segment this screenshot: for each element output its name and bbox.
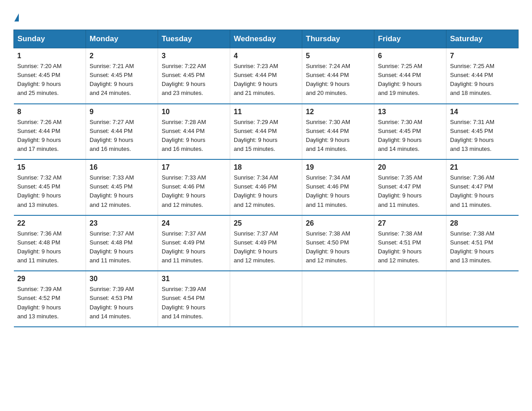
day-number: 24 <box>162 219 226 227</box>
calendar-cell: 25 Sunrise: 7:37 AM Sunset: 4:49 PM Dayl… <box>230 215 302 271</box>
calendar-cell: 4 Sunrise: 7:23 AM Sunset: 4:44 PM Dayli… <box>230 48 302 104</box>
day-number: 9 <box>90 108 154 116</box>
day-info: Sunrise: 7:25 AM Sunset: 4:44 PM Dayligh… <box>450 62 515 98</box>
day-number: 1 <box>17 52 82 60</box>
calendar-cell: 23 Sunrise: 7:37 AM Sunset: 4:48 PM Dayl… <box>86 215 158 271</box>
calendar-cell: 28 Sunrise: 7:38 AM Sunset: 4:51 PM Dayl… <box>446 215 519 271</box>
day-number: 26 <box>306 219 370 227</box>
day-info: Sunrise: 7:37 AM Sunset: 4:48 PM Dayligh… <box>90 229 154 265</box>
calendar-cell: 8 Sunrise: 7:26 AM Sunset: 4:44 PM Dayli… <box>14 104 86 160</box>
calendar-cell <box>374 271 446 327</box>
calendar-cell: 15 Sunrise: 7:32 AM Sunset: 4:45 PM Dayl… <box>14 159 86 215</box>
calendar-cell: 26 Sunrise: 7:38 AM Sunset: 4:50 PM Dayl… <box>302 215 374 271</box>
calendar-cell: 16 Sunrise: 7:33 AM Sunset: 4:45 PM Dayl… <box>86 159 158 215</box>
day-number: 11 <box>234 108 298 116</box>
calendar-cell: 20 Sunrise: 7:35 AM Sunset: 4:47 PM Dayl… <box>374 159 446 215</box>
day-info: Sunrise: 7:27 AM Sunset: 4:44 PM Dayligh… <box>90 118 154 154</box>
day-info: Sunrise: 7:38 AM Sunset: 4:51 PM Dayligh… <box>450 229 515 265</box>
day-info: Sunrise: 7:21 AM Sunset: 4:45 PM Dayligh… <box>90 62 154 98</box>
day-number: 5 <box>306 52 370 60</box>
week-row-5: 29 Sunrise: 7:39 AM Sunset: 4:52 PM Dayl… <box>14 271 519 327</box>
day-info: Sunrise: 7:39 AM Sunset: 4:53 PM Dayligh… <box>90 285 154 321</box>
day-info: Sunrise: 7:30 AM Sunset: 4:45 PM Dayligh… <box>378 118 442 154</box>
weekday-header-row: SundayMondayTuesdayWednesdayThursdayFrid… <box>14 30 519 48</box>
calendar-cell: 30 Sunrise: 7:39 AM Sunset: 4:53 PM Dayl… <box>86 271 158 327</box>
calendar-cell: 27 Sunrise: 7:38 AM Sunset: 4:51 PM Dayl… <box>374 215 446 271</box>
day-info: Sunrise: 7:29 AM Sunset: 4:44 PM Dayligh… <box>234 118 298 154</box>
day-number: 16 <box>90 163 154 171</box>
day-info: Sunrise: 7:25 AM Sunset: 4:44 PM Dayligh… <box>378 62 442 98</box>
day-info: Sunrise: 7:39 AM Sunset: 4:52 PM Dayligh… <box>17 285 82 321</box>
calendar-cell: 2 Sunrise: 7:21 AM Sunset: 4:45 PM Dayli… <box>86 48 158 104</box>
day-info: Sunrise: 7:33 AM Sunset: 4:46 PM Dayligh… <box>162 173 226 210</box>
week-row-3: 15 Sunrise: 7:32 AM Sunset: 4:45 PM Dayl… <box>14 159 519 215</box>
day-info: Sunrise: 7:38 AM Sunset: 4:51 PM Dayligh… <box>378 229 442 265</box>
day-info: Sunrise: 7:28 AM Sunset: 4:44 PM Dayligh… <box>162 118 226 154</box>
day-info: Sunrise: 7:35 AM Sunset: 4:47 PM Dayligh… <box>378 173 442 210</box>
calendar-cell <box>302 271 374 327</box>
day-number: 29 <box>17 275 82 283</box>
day-number: 30 <box>90 275 154 283</box>
day-number: 10 <box>162 108 226 116</box>
calendar-cell: 17 Sunrise: 7:33 AM Sunset: 4:46 PM Dayl… <box>158 159 230 215</box>
day-info: Sunrise: 7:37 AM Sunset: 4:49 PM Dayligh… <box>162 229 226 265</box>
calendar-table: SundayMondayTuesdayWednesdayThursdayFrid… <box>13 30 519 327</box>
calendar-cell: 19 Sunrise: 7:34 AM Sunset: 4:46 PM Dayl… <box>302 159 374 215</box>
day-number: 14 <box>450 108 515 116</box>
day-info: Sunrise: 7:23 AM Sunset: 4:44 PM Dayligh… <box>234 62 298 98</box>
page-header <box>13 9 519 21</box>
day-number: 7 <box>450 52 515 60</box>
calendar-cell <box>230 271 302 327</box>
week-row-4: 22 Sunrise: 7:36 AM Sunset: 4:48 PM Dayl… <box>14 215 519 271</box>
calendar-cell: 14 Sunrise: 7:31 AM Sunset: 4:45 PM Dayl… <box>446 104 519 160</box>
calendar-cell: 6 Sunrise: 7:25 AM Sunset: 4:44 PM Dayli… <box>374 48 446 104</box>
weekday-monday: Monday <box>86 30 158 48</box>
day-number: 2 <box>90 52 154 60</box>
calendar-cell: 12 Sunrise: 7:30 AM Sunset: 4:44 PM Dayl… <box>302 104 374 160</box>
day-number: 15 <box>17 163 82 171</box>
logo <box>13 9 19 21</box>
day-info: Sunrise: 7:31 AM Sunset: 4:45 PM Dayligh… <box>450 118 515 154</box>
weekday-thursday: Thursday <box>302 30 374 48</box>
calendar-cell: 21 Sunrise: 7:36 AM Sunset: 4:47 PM Dayl… <box>446 159 519 215</box>
calendar-cell: 29 Sunrise: 7:39 AM Sunset: 4:52 PM Dayl… <box>14 271 86 327</box>
day-number: 6 <box>378 52 442 60</box>
day-info: Sunrise: 7:32 AM Sunset: 4:45 PM Dayligh… <box>17 173 82 210</box>
day-info: Sunrise: 7:30 AM Sunset: 4:44 PM Dayligh… <box>306 118 370 154</box>
calendar-cell: 9 Sunrise: 7:27 AM Sunset: 4:44 PM Dayli… <box>86 104 158 160</box>
day-info: Sunrise: 7:34 AM Sunset: 4:46 PM Dayligh… <box>234 173 298 210</box>
day-number: 23 <box>90 219 154 227</box>
day-info: Sunrise: 7:20 AM Sunset: 4:45 PM Dayligh… <box>17 62 82 98</box>
day-number: 28 <box>450 219 515 227</box>
weekday-saturday: Saturday <box>446 30 519 48</box>
day-info: Sunrise: 7:38 AM Sunset: 4:50 PM Dayligh… <box>306 229 370 265</box>
day-info: Sunrise: 7:24 AM Sunset: 4:44 PM Dayligh… <box>306 62 370 98</box>
calendar-cell: 18 Sunrise: 7:34 AM Sunset: 4:46 PM Dayl… <box>230 159 302 215</box>
day-number: 4 <box>234 52 298 60</box>
calendar-cell <box>446 271 519 327</box>
calendar-cell: 11 Sunrise: 7:29 AM Sunset: 4:44 PM Dayl… <box>230 104 302 160</box>
day-number: 19 <box>306 163 370 171</box>
day-number: 25 <box>234 219 298 227</box>
day-number: 3 <box>162 52 226 60</box>
calendar-cell: 1 Sunrise: 7:20 AM Sunset: 4:45 PM Dayli… <box>14 48 86 104</box>
day-number: 8 <box>17 108 82 116</box>
day-number: 18 <box>234 163 298 171</box>
weekday-tuesday: Tuesday <box>158 30 230 48</box>
calendar-cell: 24 Sunrise: 7:37 AM Sunset: 4:49 PM Dayl… <box>158 215 230 271</box>
day-number: 31 <box>162 275 226 283</box>
calendar-cell: 5 Sunrise: 7:24 AM Sunset: 4:44 PM Dayli… <box>302 48 374 104</box>
calendar-cell: 10 Sunrise: 7:28 AM Sunset: 4:44 PM Dayl… <box>158 104 230 160</box>
calendar-cell: 7 Sunrise: 7:25 AM Sunset: 4:44 PM Dayli… <box>446 48 519 104</box>
day-info: Sunrise: 7:36 AM Sunset: 4:47 PM Dayligh… <box>450 173 515 210</box>
day-number: 22 <box>17 219 82 227</box>
weekday-sunday: Sunday <box>14 30 86 48</box>
week-row-2: 8 Sunrise: 7:26 AM Sunset: 4:44 PM Dayli… <box>14 104 519 160</box>
day-number: 12 <box>306 108 370 116</box>
day-number: 17 <box>162 163 226 171</box>
day-number: 13 <box>378 108 442 116</box>
logo-triangle-icon <box>14 13 19 21</box>
day-info: Sunrise: 7:37 AM Sunset: 4:49 PM Dayligh… <box>234 229 298 265</box>
calendar-body: 1 Sunrise: 7:20 AM Sunset: 4:45 PM Dayli… <box>14 48 519 327</box>
day-info: Sunrise: 7:34 AM Sunset: 4:46 PM Dayligh… <box>306 173 370 210</box>
